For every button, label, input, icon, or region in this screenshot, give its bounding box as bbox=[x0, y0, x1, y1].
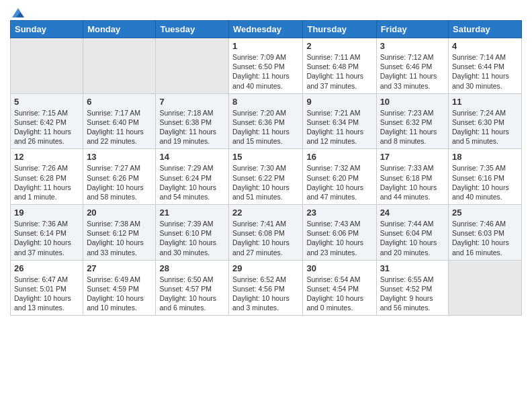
logo-icon bbox=[11, 7, 26, 19]
calendar-cell bbox=[156, 38, 229, 94]
cell-content: Sunrise: 7:43 AMSunset: 6:06 PMDaylight:… bbox=[306, 219, 372, 257]
day-number: 1 bbox=[232, 41, 299, 51]
cell-content: Sunrise: 7:14 AMSunset: 6:44 PMDaylight:… bbox=[452, 52, 518, 91]
cell-content: Sunrise: 7:30 AMSunset: 6:22 PMDaylight:… bbox=[232, 163, 299, 201]
cell-content: Sunrise: 7:18 AMSunset: 6:38 PMDaylight:… bbox=[159, 108, 225, 146]
day-number: 21 bbox=[159, 208, 225, 218]
cell-content: Sunrise: 7:44 AMSunset: 6:04 PMDaylight:… bbox=[380, 219, 445, 257]
day-number: 4 bbox=[452, 41, 518, 51]
weekday-header-tuesday: Tuesday bbox=[156, 21, 229, 38]
day-number: 10 bbox=[380, 97, 445, 107]
calendar-cell: 13Sunrise: 7:27 AMSunset: 6:26 PMDayligh… bbox=[83, 149, 156, 205]
calendar-cell: 20Sunrise: 7:38 AMSunset: 6:12 PMDayligh… bbox=[83, 205, 156, 261]
calendar-cell: 22Sunrise: 7:41 AMSunset: 6:08 PMDayligh… bbox=[229, 205, 303, 261]
cell-content: Sunrise: 6:47 AMSunset: 5:01 PMDaylight:… bbox=[14, 275, 79, 313]
calendar-cell: 10Sunrise: 7:23 AMSunset: 6:32 PMDayligh… bbox=[376, 93, 448, 149]
calendar-cell: 5Sunrise: 7:15 AMSunset: 6:42 PMDaylight… bbox=[11, 93, 83, 149]
day-number: 15 bbox=[232, 152, 299, 162]
day-number: 17 bbox=[380, 152, 445, 162]
cell-content: Sunrise: 7:26 AMSunset: 6:28 PMDaylight:… bbox=[14, 163, 79, 201]
cell-content: Sunrise: 7:09 AMSunset: 6:50 PMDaylight:… bbox=[232, 52, 299, 91]
cell-content: Sunrise: 7:24 AMSunset: 6:30 PMDaylight:… bbox=[452, 108, 518, 146]
cell-content: Sunrise: 6:54 AMSunset: 4:54 PMDaylight:… bbox=[306, 275, 372, 313]
calendar-week-row: 1Sunrise: 7:09 AMSunset: 6:50 PMDaylight… bbox=[11, 38, 522, 94]
day-number: 6 bbox=[87, 97, 152, 107]
weekday-header-monday: Monday bbox=[83, 21, 156, 38]
cell-content: Sunrise: 7:20 AMSunset: 6:36 PMDaylight:… bbox=[232, 108, 299, 146]
day-number: 26 bbox=[14, 263, 79, 273]
calendar-cell: 17Sunrise: 7:33 AMSunset: 6:18 PMDayligh… bbox=[376, 149, 448, 205]
calendar-cell: 31Sunrise: 6:55 AMSunset: 4:52 PMDayligh… bbox=[376, 260, 448, 316]
cell-content: Sunrise: 7:32 AMSunset: 6:20 PMDaylight:… bbox=[306, 163, 372, 201]
calendar-cell: 19Sunrise: 7:36 AMSunset: 6:14 PMDayligh… bbox=[11, 205, 83, 261]
day-number: 11 bbox=[452, 97, 518, 107]
calendar-cell: 11Sunrise: 7:24 AMSunset: 6:30 PMDayligh… bbox=[449, 93, 522, 149]
calendar-cell: 9Sunrise: 7:21 AMSunset: 6:34 PMDaylight… bbox=[303, 93, 376, 149]
cell-content: Sunrise: 7:41 AMSunset: 6:08 PMDaylight:… bbox=[232, 219, 299, 257]
day-number: 18 bbox=[452, 152, 518, 162]
cell-content: Sunrise: 7:12 AMSunset: 6:46 PMDaylight:… bbox=[380, 52, 445, 91]
calendar-cell bbox=[83, 38, 156, 94]
calendar-cell: 4Sunrise: 7:14 AMSunset: 6:44 PMDaylight… bbox=[449, 38, 522, 94]
calendar-cell: 14Sunrise: 7:29 AMSunset: 6:24 PMDayligh… bbox=[156, 149, 229, 205]
calendar-cell: 3Sunrise: 7:12 AMSunset: 6:46 PMDaylight… bbox=[376, 38, 448, 94]
calendar-cell: 23Sunrise: 7:43 AMSunset: 6:06 PMDayligh… bbox=[303, 205, 376, 261]
cell-content: Sunrise: 7:15 AMSunset: 6:42 PMDaylight:… bbox=[14, 108, 79, 146]
cell-content: Sunrise: 7:39 AMSunset: 6:10 PMDaylight:… bbox=[159, 219, 225, 257]
day-number: 24 bbox=[380, 208, 445, 218]
day-number: 12 bbox=[14, 152, 79, 162]
calendar-cell: 16Sunrise: 7:32 AMSunset: 6:20 PMDayligh… bbox=[303, 149, 376, 205]
day-number: 16 bbox=[306, 152, 372, 162]
day-number: 30 bbox=[306, 263, 372, 273]
weekday-header-sunday: Sunday bbox=[11, 21, 83, 38]
day-number: 27 bbox=[87, 263, 152, 273]
cell-content: Sunrise: 7:46 AMSunset: 6:03 PMDaylight:… bbox=[452, 219, 518, 257]
day-number: 13 bbox=[87, 152, 152, 162]
weekday-header-wednesday: Wednesday bbox=[229, 21, 303, 38]
calendar-cell: 27Sunrise: 6:49 AMSunset: 4:59 PMDayligh… bbox=[83, 260, 156, 316]
day-number: 8 bbox=[232, 97, 299, 107]
calendar-cell bbox=[11, 38, 83, 94]
calendar-cell: 30Sunrise: 6:54 AMSunset: 4:54 PMDayligh… bbox=[303, 260, 376, 316]
cell-content: Sunrise: 7:36 AMSunset: 6:14 PMDaylight:… bbox=[14, 219, 79, 257]
day-number: 5 bbox=[14, 97, 79, 107]
cell-content: Sunrise: 7:23 AMSunset: 6:32 PMDaylight:… bbox=[380, 108, 445, 146]
calendar-cell: 15Sunrise: 7:30 AMSunset: 6:22 PMDayligh… bbox=[229, 149, 303, 205]
day-number: 31 bbox=[380, 263, 445, 273]
calendar-cell: 26Sunrise: 6:47 AMSunset: 5:01 PMDayligh… bbox=[11, 260, 83, 316]
cell-content: Sunrise: 7:11 AMSunset: 6:48 PMDaylight:… bbox=[306, 52, 372, 91]
day-number: 22 bbox=[232, 208, 299, 218]
calendar-cell: 8Sunrise: 7:20 AMSunset: 6:36 PMDaylight… bbox=[229, 93, 303, 149]
calendar-cell: 2Sunrise: 7:11 AMSunset: 6:48 PMDaylight… bbox=[303, 38, 376, 94]
calendar-cell: 18Sunrise: 7:35 AMSunset: 6:16 PMDayligh… bbox=[449, 149, 522, 205]
day-number: 14 bbox=[159, 152, 225, 162]
day-number: 7 bbox=[159, 97, 225, 107]
day-number: 19 bbox=[14, 208, 79, 218]
calendar-cell: 25Sunrise: 7:46 AMSunset: 6:03 PMDayligh… bbox=[449, 205, 522, 261]
calendar-cell: 7Sunrise: 7:18 AMSunset: 6:38 PMDaylight… bbox=[156, 93, 229, 149]
page-header bbox=[10, 7, 522, 15]
cell-content: Sunrise: 6:55 AMSunset: 4:52 PMDaylight:… bbox=[380, 275, 445, 313]
weekday-header-saturday: Saturday bbox=[449, 21, 522, 38]
cell-content: Sunrise: 7:17 AMSunset: 6:40 PMDaylight:… bbox=[87, 108, 152, 146]
cell-content: Sunrise: 7:21 AMSunset: 6:34 PMDaylight:… bbox=[306, 108, 372, 146]
calendar-cell: 1Sunrise: 7:09 AMSunset: 6:50 PMDaylight… bbox=[229, 38, 303, 94]
cell-content: Sunrise: 7:27 AMSunset: 6:26 PMDaylight:… bbox=[87, 163, 152, 201]
day-number: 2 bbox=[306, 41, 372, 51]
day-number: 28 bbox=[159, 263, 225, 273]
day-number: 25 bbox=[452, 208, 518, 218]
logo-text bbox=[10, 7, 26, 15]
calendar-cell: 12Sunrise: 7:26 AMSunset: 6:28 PMDayligh… bbox=[11, 149, 83, 205]
calendar-cell: 21Sunrise: 7:39 AMSunset: 6:10 PMDayligh… bbox=[156, 205, 229, 261]
calendar-week-row: 26Sunrise: 6:47 AMSunset: 5:01 PMDayligh… bbox=[11, 260, 522, 316]
day-number: 9 bbox=[306, 97, 372, 107]
page-container: SundayMondayTuesdayWednesdayThursdayFrid… bbox=[0, 0, 532, 322]
weekday-header-thursday: Thursday bbox=[303, 21, 376, 38]
calendar-week-row: 12Sunrise: 7:26 AMSunset: 6:28 PMDayligh… bbox=[11, 149, 522, 205]
day-number: 23 bbox=[306, 208, 372, 218]
cell-content: Sunrise: 7:29 AMSunset: 6:24 PMDaylight:… bbox=[159, 163, 225, 201]
cell-content: Sunrise: 6:50 AMSunset: 4:57 PMDaylight:… bbox=[159, 275, 225, 313]
logo bbox=[10, 7, 26, 15]
cell-content: Sunrise: 7:38 AMSunset: 6:12 PMDaylight:… bbox=[87, 219, 152, 257]
calendar-cell: 28Sunrise: 6:50 AMSunset: 4:57 PMDayligh… bbox=[156, 260, 229, 316]
